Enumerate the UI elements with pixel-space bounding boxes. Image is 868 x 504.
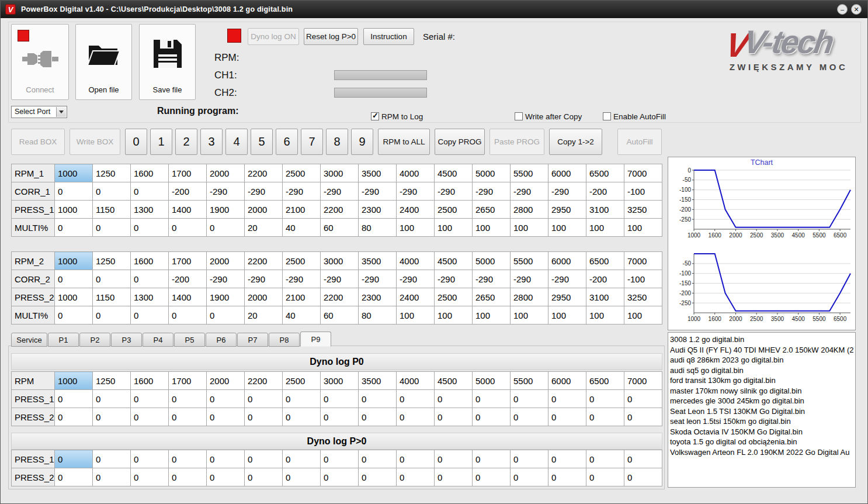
table-cell[interactable]: -200: [169, 182, 207, 201]
rpm-to-log-checkbox[interactable]: [371, 112, 379, 120]
table-cell[interactable]: 1600: [131, 372, 169, 390]
table-cell[interactable]: 0: [207, 450, 245, 468]
table-cell[interactable]: 0: [131, 450, 169, 468]
table-cell[interactable]: 20: [245, 306, 283, 325]
table-cell[interactable]: -290: [435, 182, 473, 201]
list-item[interactable]: ford transit 130km go digital.bin: [670, 375, 855, 386]
table-cell[interactable]: 0: [511, 450, 548, 468]
table-cell[interactable]: 0: [397, 468, 435, 486]
table-cell[interactable]: 4000: [397, 164, 435, 182]
table-cell[interactable]: 5500: [511, 164, 548, 182]
table-cell[interactable]: 2000: [245, 288, 283, 306]
table-cell[interactable]: 0: [511, 468, 548, 486]
list-item[interactable]: toyota 1.5 go digital od obciążenia.bin: [670, 437, 855, 447]
table-cell[interactable]: 0: [207, 219, 245, 237]
table-cell[interactable]: 0: [359, 468, 397, 486]
table-cell[interactable]: 0: [548, 468, 586, 486]
table-cell[interactable]: 100: [624, 306, 662, 325]
table-cell[interactable]: 3000: [321, 252, 359, 270]
table-cell[interactable]: 1000: [55, 288, 93, 306]
table-cell[interactable]: 0: [321, 468, 359, 486]
table-cell[interactable]: 100: [511, 219, 548, 237]
table-cell[interactable]: 0: [548, 408, 586, 426]
table-cell[interactable]: 0: [207, 390, 245, 408]
table-cell[interactable]: 100: [397, 219, 435, 237]
open-file-button[interactable]: Open file: [75, 24, 132, 100]
list-item[interactable]: Volkswagen Arteon FL 2.0 190KM 2022 Go D…: [670, 447, 855, 458]
table-cell[interactable]: -200: [586, 270, 624, 288]
table-cell[interactable]: -290: [397, 270, 435, 288]
table-cell[interactable]: 0: [624, 408, 662, 426]
list-item[interactable]: mercedes gle 300d 245km go digital.bin: [670, 396, 855, 406]
table-cell[interactable]: 0: [511, 408, 548, 426]
list-item[interactable]: seat leon 1.5tsi 150km go digital.bin: [670, 416, 855, 427]
table-cell[interactable]: 2200: [321, 288, 359, 306]
table-cell[interactable]: 2200: [245, 372, 283, 390]
table-cell[interactable]: 1250: [93, 252, 131, 270]
table-cell[interactable]: 1900: [207, 201, 245, 219]
table-cell[interactable]: 4500: [435, 164, 473, 182]
table-cell[interactable]: 2950: [548, 288, 586, 306]
table-cell[interactable]: 2000: [207, 164, 245, 182]
table-cell[interactable]: 3250: [624, 201, 662, 219]
digit-button-0[interactable]: 0: [125, 129, 147, 155]
copy-1-to-2-button[interactable]: Copy 1->2: [549, 129, 602, 155]
table-cell[interactable]: 0: [624, 468, 662, 486]
tab-p4[interactable]: P4: [143, 333, 173, 347]
table-cell[interactable]: 100: [473, 306, 511, 325]
table-cell[interactable]: 0: [93, 219, 131, 237]
table-cell[interactable]: 0: [169, 390, 207, 408]
table-cell[interactable]: 1300: [131, 288, 169, 306]
tab-p6[interactable]: P6: [206, 333, 237, 347]
table-cell[interactable]: 4000: [397, 372, 435, 390]
table-cell[interactable]: -100: [624, 182, 662, 201]
table-cell[interactable]: 1250: [93, 372, 131, 390]
table-cell[interactable]: 3500: [359, 372, 397, 390]
table-cell[interactable]: 0: [245, 408, 283, 426]
table-cell[interactable]: 0: [473, 450, 511, 468]
table-cell[interactable]: 2500: [283, 252, 321, 270]
table-cell[interactable]: 2100: [283, 288, 321, 306]
table-cell[interactable]: 3000: [321, 164, 359, 182]
table-cell[interactable]: 0: [473, 408, 511, 426]
digit-button-1[interactable]: 1: [150, 129, 172, 155]
table-cell[interactable]: 0: [435, 450, 473, 468]
rpm-to-all-button[interactable]: RPM to ALL: [378, 129, 430, 155]
list-item[interactable]: Skoda Octavia IV 150KM Go Digital.bin: [670, 427, 855, 437]
table-cell[interactable]: 2000: [207, 252, 245, 270]
table-cell[interactable]: 0: [55, 182, 93, 201]
digit-button-3[interactable]: 3: [200, 129, 223, 155]
table-cell[interactable]: 100: [548, 219, 586, 237]
table-cell[interactable]: -290: [245, 182, 283, 201]
table-cell[interactable]: 1400: [169, 288, 207, 306]
digit-button-9[interactable]: 9: [351, 129, 373, 155]
table-cell[interactable]: 7000: [624, 252, 662, 270]
table-cell[interactable]: 0: [283, 468, 321, 486]
table-cell[interactable]: 3000: [321, 372, 359, 390]
table-cell[interactable]: 0: [473, 390, 511, 408]
table-cell[interactable]: -200: [586, 182, 624, 201]
table-cell[interactable]: 0: [511, 390, 548, 408]
table-cell[interactable]: 0: [93, 270, 131, 288]
table-cell[interactable]: 0: [93, 450, 131, 468]
table-cell[interactable]: -290: [548, 182, 586, 201]
digit-button-2[interactable]: 2: [175, 129, 197, 155]
table-cell[interactable]: 100: [397, 306, 435, 325]
table-cell[interactable]: 2000: [245, 201, 283, 219]
table-cell[interactable]: 0: [283, 450, 321, 468]
table-cell[interactable]: 0: [131, 306, 169, 325]
table-cell[interactable]: 1700: [169, 372, 207, 390]
table-cell[interactable]: -290: [359, 182, 397, 201]
table-cell[interactable]: 1700: [169, 252, 207, 270]
table-cell[interactable]: -290: [283, 270, 321, 288]
table-cell[interactable]: 80: [359, 306, 397, 325]
table-cell[interactable]: -200: [169, 270, 207, 288]
table-cell[interactable]: 2650: [473, 288, 511, 306]
table-cell[interactable]: 0: [55, 219, 93, 237]
table-cell[interactable]: -290: [473, 270, 511, 288]
table-cell[interactable]: 20: [245, 219, 283, 237]
table-cell[interactable]: 0: [169, 450, 207, 468]
table-cell[interactable]: 0: [131, 270, 169, 288]
table-cell[interactable]: 60: [321, 219, 359, 237]
table-cell[interactable]: 40: [283, 306, 321, 325]
